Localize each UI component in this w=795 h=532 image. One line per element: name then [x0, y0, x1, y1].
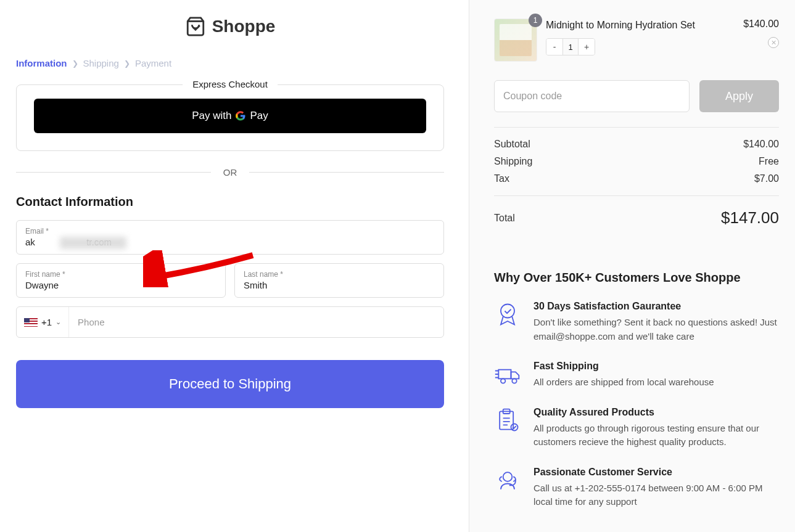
breadcrumb-payment[interactable]: Payment: [135, 58, 171, 68]
breadcrumb-shipping[interactable]: Shipping: [83, 58, 119, 68]
subtotal-label: Subtotal: [494, 139, 530, 150]
svg-point-3: [501, 379, 505, 383]
svg-rect-2: [498, 370, 511, 379]
remove-item-button[interactable]: ✕: [768, 37, 779, 48]
last-name-field-wrapper[interactable]: Last name *: [234, 263, 444, 298]
phone-field-wrapper[interactable]: +1 ⌄: [16, 306, 444, 338]
svg-point-8: [503, 472, 513, 481]
benefit-guarantee: 30 Days Satisfaction Gaurantee Don't lik…: [494, 301, 779, 343]
headset-agent-icon: [494, 467, 521, 494]
svg-point-4: [512, 379, 516, 383]
guarantee-badge-icon: [494, 301, 521, 328]
tax-label: Tax: [494, 173, 509, 184]
google-pay-button[interactable]: Pay with Pay: [34, 99, 426, 133]
chevron-right-icon: ❯: [72, 59, 78, 68]
us-flag-icon: [24, 318, 38, 327]
shipping-label: Shipping: [494, 156, 532, 167]
logo-text: Shoppe: [212, 17, 276, 36]
email-label: Email *: [25, 227, 435, 235]
shipping-value: Free: [759, 156, 779, 167]
breadcrumb-information[interactable]: Information: [16, 58, 67, 68]
benefit-desc: All products go through rigorous testing…: [533, 422, 779, 449]
benefit-shipping: Fast Shipping All orders are shipped fro…: [494, 361, 779, 390]
first-name-field[interactable]: [25, 280, 216, 290]
cart-item: 1 Midnight to Morning Hydration Set - 1 …: [494, 18, 779, 62]
phone-country-selector[interactable]: +1 ⌄: [17, 307, 69, 337]
express-checkout-box: Express Checkout Pay with Pay: [16, 84, 444, 151]
product-name: Midnight to Morning Hydration Set: [546, 18, 735, 32]
benefit-desc: Don't like something? Sent it back no qu…: [533, 316, 779, 343]
quantity-badge: 1: [529, 14, 542, 27]
order-totals: Subtotal $140.00 Shipping Free Tax $7.00: [494, 127, 779, 196]
phone-country-code: +1: [41, 317, 52, 327]
express-checkout-label: Express Checkout: [183, 79, 278, 89]
apply-coupon-button[interactable]: Apply: [699, 80, 779, 112]
first-name-field-wrapper[interactable]: First name *: [16, 263, 226, 298]
quantity-increase-button[interactable]: +: [579, 39, 595, 55]
total-value: $147.00: [721, 208, 779, 227]
clipboard-check-icon: [494, 407, 521, 434]
benefit-desc: All orders are shipped from local wareho…: [533, 375, 714, 390]
last-name-field[interactable]: [244, 280, 435, 290]
chevron-down-icon: ⌄: [56, 318, 61, 326]
blur-mask: [60, 237, 126, 249]
benefit-title: Passionate Customer Service: [533, 467, 779, 478]
tax-value: $7.00: [754, 173, 779, 184]
quantity-decrease-button[interactable]: -: [546, 39, 562, 55]
shopping-bag-icon: [185, 16, 206, 37]
last-name-label: Last name *: [244, 270, 435, 279]
truck-icon: [494, 361, 521, 388]
proceed-to-shipping-button[interactable]: Proceed to Shipping: [16, 360, 444, 408]
benefit-desc: Call us at +1-202-555-0174 between 9:00 …: [533, 481, 779, 509]
phone-field[interactable]: [69, 307, 443, 337]
quantity-stepper: - 1 +: [546, 38, 595, 55]
benefit-title: Fast Shipping: [533, 361, 714, 372]
benefit-service: Passionate Customer Service Call us at +…: [494, 467, 779, 509]
quantity-value: 1: [562, 39, 579, 55]
svg-point-1: [501, 305, 514, 318]
logo: Shoppe: [16, 16, 444, 39]
email-field-wrapper[interactable]: Email *: [16, 220, 444, 255]
breadcrumb: Information ❯ Shipping ❯ Payment: [16, 58, 444, 68]
google-pay-icon: [235, 110, 246, 121]
contact-information-title: Contact Information: [16, 195, 444, 209]
coupon-code-input[interactable]: [494, 80, 690, 112]
chevron-right-icon: ❯: [124, 59, 130, 68]
why-customers-love-title: Why Over 150K+ Customers Love Shoppe: [494, 271, 779, 285]
benefit-title: 30 Days Satisfaction Gaurantee: [533, 301, 779, 312]
first-name-label: First name *: [25, 270, 216, 279]
total-label: Total: [494, 213, 515, 224]
or-divider: OR: [16, 167, 444, 178]
order-total: Total $147.00: [494, 196, 779, 240]
subtotal-value: $140.00: [743, 139, 779, 150]
benefit-title: Quality Assured Products: [533, 407, 779, 418]
benefit-quality: Quality Assured Products All products go…: [494, 407, 779, 449]
